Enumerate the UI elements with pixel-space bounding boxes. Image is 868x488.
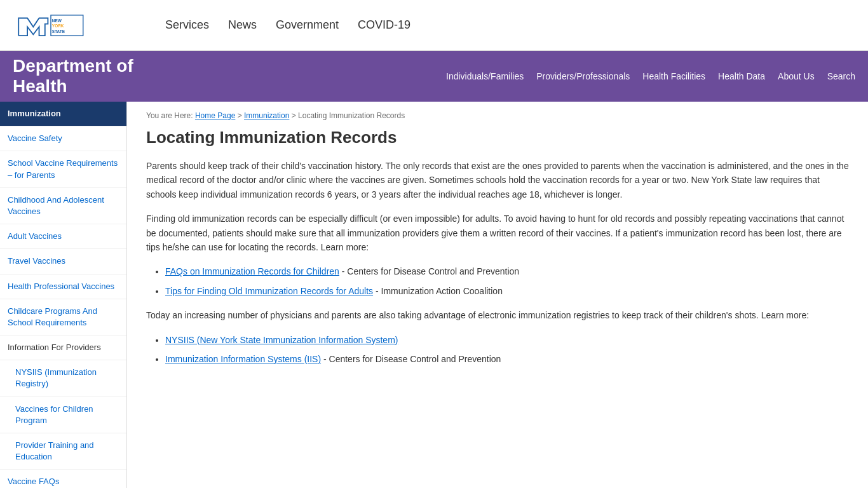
breadcrumb-sep2: >: [292, 111, 298, 120]
list-item-1: FAQs on Immunization Records for Childre…: [165, 264, 849, 278]
list-item-1-suffix: - Centers for Disease Control and Preven…: [342, 266, 519, 276]
bullet-list-2: NYSIIS (New York State Immunization Info…: [165, 333, 849, 367]
top-navigation: NEW YORK STATE Services News Government …: [0, 0, 868, 51]
department-header: Department of Health Individuals/Familie…: [0, 51, 868, 102]
government-link[interactable]: Government: [276, 15, 339, 35]
tips-adults-link[interactable]: Tips for Finding Old Immunization Record…: [165, 286, 373, 296]
sidebar-adult-vaccines[interactable]: Adult Vaccines: [0, 224, 126, 249]
list-item-4-suffix: - Centers for Disease Control and Preven…: [323, 354, 501, 364]
health-facilities-link[interactable]: Health Facilities: [642, 71, 705, 81]
sidebar-vaccines-children[interactable]: Vaccines for Children Program: [0, 397, 126, 433]
about-us-link[interactable]: About Us: [778, 71, 815, 81]
department-title: Department of Health: [13, 56, 191, 97]
content-area: You are Here: Home Page > Immunization >…: [127, 102, 868, 488]
paragraph-1: Parents should keep track of their child…: [146, 159, 849, 201]
sidebar-health-professional-vaccines[interactable]: Health Professional Vaccines: [0, 274, 126, 299]
breadcrumb-home[interactable]: Home Page: [195, 111, 235, 120]
nysiis-link[interactable]: NYSIIS (New York State Immunization Info…: [165, 335, 398, 345]
department-nav: Individuals/Families Providers/Professio…: [191, 71, 855, 81]
breadcrumb-current: Locating Immunization Records: [298, 111, 405, 120]
news-link[interactable]: News: [228, 15, 257, 35]
paragraph-2: Finding old immunization records can be …: [146, 212, 849, 254]
sidebar-childhood-vaccines[interactable]: Childhood And Adolescent Vaccines: [0, 188, 126, 224]
sidebar-vaccine-safety[interactable]: Vaccine Safety: [0, 126, 126, 151]
sidebar-nysiis[interactable]: NYSIIS (Immunization Registry): [0, 360, 126, 396]
svg-text:NEW: NEW: [52, 18, 62, 22]
covid-link[interactable]: COVID-19: [358, 15, 410, 35]
paragraph-3: Today an increasing number of physicians…: [146, 308, 849, 322]
svg-text:STATE: STATE: [52, 29, 65, 33]
top-nav-links: Services News Government COVID-19: [165, 15, 410, 35]
iis-link[interactable]: Immunization Information Systems (IIS): [165, 354, 321, 364]
list-item-2: Tips for Finding Old Immunization Record…: [165, 284, 849, 298]
sidebar-provider-training[interactable]: Provider Training and Education: [0, 433, 126, 470]
page-title: Locating Immunization Records: [146, 128, 849, 147]
breadcrumb-prefix: You are Here:: [146, 111, 195, 120]
sidebar-info-providers[interactable]: Information For Providers: [0, 336, 126, 360]
breadcrumb: You are Here: Home Page > Immunization >…: [146, 111, 849, 120]
sidebar-childcare[interactable]: Childcare Programs And School Requiremen…: [0, 299, 126, 336]
list-item-4: Immunization Information Systems (IIS) -…: [165, 352, 849, 366]
list-item-3: NYSIIS (New York State Immunization Info…: [165, 333, 849, 347]
bullet-list-1: FAQs on Immunization Records for Childre…: [165, 264, 849, 298]
services-link[interactable]: Services: [165, 15, 209, 35]
breadcrumb-section[interactable]: Immunization: [244, 111, 289, 120]
individuals-families-link[interactable]: Individuals/Families: [446, 71, 524, 81]
logo-area: NEW YORK STATE: [13, 6, 140, 44]
sidebar: Immunization Vaccine Safety School Vacci…: [0, 102, 127, 488]
list-item-2-suffix: - Immunization Action Cooalition: [376, 286, 503, 296]
search-link[interactable]: Search: [827, 71, 855, 81]
svg-text:YORK: YORK: [52, 24, 64, 28]
breadcrumb-sep1: >: [238, 111, 244, 120]
providers-professionals-link[interactable]: Providers/Professionals: [536, 71, 630, 81]
sidebar-travel-vaccines[interactable]: Travel Vaccines: [0, 249, 126, 274]
sidebar-school-vaccine[interactable]: School Vaccine Requirements – for Parent…: [0, 151, 126, 187]
faqs-children-link[interactable]: FAQs on Immunization Records for Childre…: [165, 266, 339, 276]
main-layout: Immunization Vaccine Safety School Vacci…: [0, 102, 868, 488]
ny-state-logo: NEW YORK STATE: [13, 6, 89, 44]
sidebar-immunization[interactable]: Immunization: [0, 102, 126, 126]
sidebar-vaccine-faqs[interactable]: Vaccine FAQs: [0, 470, 126, 488]
health-data-link[interactable]: Health Data: [718, 71, 765, 81]
